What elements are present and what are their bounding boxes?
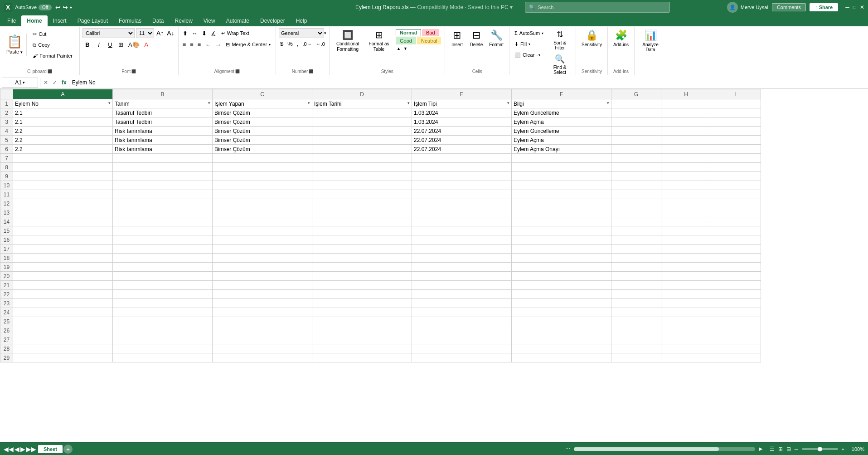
- cell[interactable]: [611, 117, 661, 127]
- autosum-button[interactable]: Σ AutoSum ▾: [512, 28, 546, 38]
- row-header-9[interactable]: 9: [0, 172, 13, 181]
- cell[interactable]: [113, 281, 213, 290]
- cell[interactable]: [512, 199, 611, 208]
- cell[interactable]: [113, 154, 213, 163]
- cell[interactable]: [113, 344, 213, 353]
- cell[interactable]: [312, 317, 412, 326]
- search-bar[interactable]: 🔍 Search: [525, 2, 670, 13]
- cell[interactable]: [512, 217, 611, 226]
- tab-help[interactable]: Help: [291, 15, 313, 26]
- cell[interactable]: Tasarruf Tedbiri: [113, 117, 213, 127]
- user-avatar[interactable]: 👤: [727, 2, 738, 13]
- cell[interactable]: 2.1: [13, 108, 113, 117]
- decrease-decimal-button[interactable]: ←.0: [315, 40, 326, 48]
- cell[interactable]: Risk tanımlama: [113, 127, 213, 136]
- cell[interactable]: [611, 308, 661, 317]
- cell[interactable]: [312, 199, 412, 208]
- cell[interactable]: [661, 263, 711, 272]
- cell[interactable]: [611, 108, 661, 117]
- cell[interactable]: [213, 335, 312, 344]
- cell[interactable]: [711, 299, 761, 308]
- cell[interactable]: [711, 353, 761, 362]
- cell[interactable]: [312, 263, 412, 272]
- cell[interactable]: [213, 326, 312, 335]
- cell[interactable]: [711, 308, 761, 317]
- cell[interactable]: [13, 235, 113, 245]
- cell[interactable]: [661, 154, 711, 163]
- conditional-formatting-button[interactable]: 🔲 Conditional Formatting: [332, 28, 363, 54]
- row-header-2[interactable]: 2: [0, 108, 13, 117]
- fill-color-button[interactable]: A🎨: [126, 40, 141, 49]
- cell[interactable]: [113, 226, 213, 235]
- tab-developer[interactable]: Developer: [255, 15, 291, 26]
- cell[interactable]: 2.2: [13, 145, 113, 154]
- row-header-23[interactable]: 23: [0, 299, 13, 308]
- cell[interactable]: [711, 245, 761, 254]
- format-as-table-button[interactable]: ⊞ Format as Table: [365, 28, 393, 54]
- align-bottom-button[interactable]: ⬇: [200, 29, 208, 38]
- cell[interactable]: [611, 154, 661, 163]
- more-options-icon[interactable]: ⋯: [565, 446, 570, 452]
- cell[interactable]: [512, 326, 611, 335]
- page-break-view-button[interactable]: ⊟: [786, 446, 791, 452]
- cell[interactable]: [661, 281, 711, 290]
- cell[interactable]: [213, 226, 312, 235]
- cell[interactable]: [512, 344, 611, 353]
- cell[interactable]: [711, 344, 761, 353]
- cell[interactable]: [611, 254, 661, 263]
- cell[interactable]: [711, 181, 761, 190]
- cell[interactable]: [711, 254, 761, 263]
- cell[interactable]: Bilgi ▾: [512, 99, 611, 108]
- col-header-i[interactable]: I: [711, 89, 761, 99]
- cell[interactable]: [312, 308, 412, 317]
- cell[interactable]: [711, 127, 761, 136]
- cell[interactable]: [611, 353, 661, 362]
- underline-button[interactable]: U: [105, 39, 115, 49]
- align-center-button[interactable]: ≡: [189, 40, 195, 49]
- cell[interactable]: [412, 263, 512, 272]
- cell[interactable]: [611, 344, 661, 353]
- format-painter-button[interactable]: 🖌 Format Painter: [30, 51, 75, 61]
- cell[interactable]: Eylem Açma Onayı: [512, 145, 611, 154]
- cell[interactable]: [312, 181, 412, 190]
- cell[interactable]: [312, 145, 412, 154]
- cell[interactable]: [13, 344, 113, 353]
- cell[interactable]: [611, 136, 661, 145]
- cell[interactable]: [512, 263, 611, 272]
- cell[interactable]: [213, 308, 312, 317]
- sort-filter-button[interactable]: ⇅ Sort & Filter: [547, 28, 573, 52]
- find-select-button[interactable]: 🔍 Find & Select: [547, 53, 573, 76]
- cell[interactable]: [312, 344, 412, 353]
- cell[interactable]: [312, 127, 412, 136]
- row-header-26[interactable]: 26: [0, 326, 13, 335]
- clear-button[interactable]: ⬜ Clear ~▾: [512, 50, 546, 60]
- cell[interactable]: [711, 199, 761, 208]
- row-header-15[interactable]: 15: [0, 226, 13, 235]
- cell[interactable]: 2.2: [13, 127, 113, 136]
- cell[interactable]: [611, 181, 661, 190]
- cell[interactable]: [711, 208, 761, 217]
- undo-button[interactable]: ↩: [55, 4, 61, 11]
- clear-dropdown[interactable]: ~▾: [536, 53, 540, 57]
- cell[interactable]: Bimser Çözüm: [213, 145, 312, 154]
- row-header-8[interactable]: 8: [0, 163, 13, 172]
- cell[interactable]: [611, 226, 661, 235]
- nav-prev-button[interactable]: ◀: [15, 445, 19, 453]
- cell[interactable]: [711, 235, 761, 245]
- cell[interactable]: [213, 317, 312, 326]
- style-normal[interactable]: Normal: [396, 29, 421, 36]
- row-header-28[interactable]: 28: [0, 344, 13, 353]
- cell[interactable]: [312, 163, 412, 172]
- cell[interactable]: [113, 353, 213, 362]
- cell[interactable]: [611, 217, 661, 226]
- col-header-a[interactable]: A: [13, 89, 113, 99]
- cell[interactable]: [711, 163, 761, 172]
- add-sheet-button[interactable]: +: [63, 445, 73, 454]
- cell[interactable]: Risk tanımlama: [113, 145, 213, 154]
- row-header-13[interactable]: 13: [0, 208, 13, 217]
- cell[interactable]: [611, 235, 661, 245]
- row-header-14[interactable]: 14: [0, 217, 13, 226]
- cell[interactable]: [113, 317, 213, 326]
- cell[interactable]: [711, 226, 761, 235]
- cell[interactable]: [611, 245, 661, 254]
